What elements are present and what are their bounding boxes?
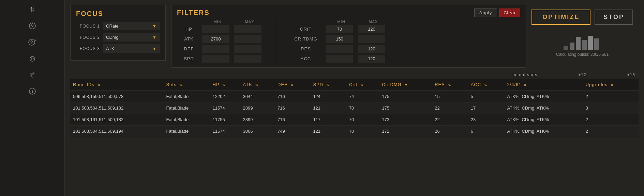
filter-crit-min[interactable] (326, 25, 353, 33)
td-rune-ids[interactable]: 101,508,504,511,509,182 (70, 102, 163, 114)
th-sets[interactable]: Sets ⇅ (163, 79, 210, 91)
data-table: Rune-IDs ⇅ Sets ⇅ HP ⇅ ATK ⇅ (70, 79, 639, 137)
td-rune-ids[interactable]: 101,508,191,511,509,182 (70, 114, 163, 126)
svg-point-13 (32, 76, 33, 77)
svg-marker-3 (31, 40, 33, 43)
filter-res-max[interactable] (358, 45, 385, 53)
filter-left-min-header: MIN (202, 20, 233, 24)
td-spd: 117 (310, 114, 346, 126)
table-section: actual stats +12 +15 Rune-IDs ⇅ Sets ⇅ H… (70, 71, 639, 193)
td-rune-ids[interactable]: 101,508,504,511,509,194 (70, 126, 163, 137)
filter-right-min-header: MIN (326, 20, 357, 24)
filter-crit-max[interactable] (358, 25, 385, 33)
svg-marker-1 (31, 23, 33, 27)
filter-spd-label: SPD (177, 55, 201, 63)
filter-left-empty-header (177, 20, 201, 24)
th-spd[interactable]: SPD ⇅ (310, 79, 346, 91)
focus-value-3: ATK (106, 46, 114, 51)
filter-hp-max[interactable] (234, 25, 261, 33)
filter-left-grid: HP ATK DEF SPD (177, 25, 265, 63)
focus-select-2[interactable]: CDmg ▼ (103, 33, 160, 42)
filter-atk-max[interactable] (234, 35, 261, 43)
sort-icon-hp: ⇅ (222, 83, 225, 87)
th-res[interactable]: RES ⇅ (432, 79, 468, 91)
focus-title: FOCUS (76, 10, 160, 18)
focus-chevron-2: ▼ (152, 35, 156, 40)
focus-chevron-1: ▼ (152, 24, 156, 29)
sidebar-icon-info[interactable]: i (26, 85, 39, 97)
td-sets: Fatal,Blade (163, 114, 210, 126)
th-critdmg[interactable]: CritDMG ▼ (379, 79, 432, 91)
stop-button[interactable]: STOP (595, 10, 633, 25)
table-row: 101,508,191,511,509,182Fatal,Blade117552… (70, 114, 639, 126)
filter-res-min[interactable] (326, 45, 353, 53)
filter-def-min[interactable] (202, 45, 229, 53)
td-atk: 2899 (240, 114, 275, 126)
svg-rect-21 (594, 38, 599, 50)
sidebar-icon-monster[interactable] (26, 52, 39, 65)
filter-acc-label: ACC (287, 55, 325, 63)
td-hp: 12202 (210, 91, 240, 102)
th-acc[interactable]: ACC ⇅ (468, 79, 505, 91)
chart-svg (562, 30, 603, 50)
focus-label-1: FOCUS 1 (76, 24, 100, 29)
td-spd: 121 (310, 126, 346, 137)
filter-atk-label: ATK (177, 35, 201, 43)
td-rune-ids[interactable]: 506,508,159,511,509,578 (70, 91, 163, 102)
td-upgrades: 2 (583, 114, 639, 126)
plus15-label: +15 (627, 72, 635, 77)
filter-atk-min[interactable] (202, 35, 229, 43)
th-246[interactable]: 2/4/6* ⇅ (504, 79, 583, 91)
th-crit[interactable]: Crit ⇅ (346, 79, 379, 91)
filter-hp-min[interactable] (202, 25, 229, 33)
sort-icon-sets: ⇅ (179, 83, 182, 87)
svg-point-7 (33, 58, 33, 59)
apply-button[interactable]: Apply (474, 9, 497, 17)
td-acc: 6 (468, 126, 505, 137)
th-atk[interactable]: ATK ⇅ (240, 79, 275, 91)
filter-spd-min[interactable] (202, 55, 229, 63)
filter-acc-min[interactable] (326, 55, 353, 63)
sort-icon-atk: ⇅ (255, 83, 258, 87)
svg-rect-16 (564, 46, 568, 50)
sidebar-icon-artifact-plus[interactable]: + (26, 36, 39, 48)
sidebar-icon-sort[interactable]: ⇅ (26, 3, 39, 16)
th-rune-ids[interactable]: Rune-IDs ⇅ (70, 79, 163, 91)
focus-label-2: FOCUS 2 (76, 35, 100, 40)
chart-area: Calculating builds: 300/6,561 (531, 30, 633, 57)
sort-icon-acc: ⇅ (484, 83, 487, 87)
focus-select-3[interactable]: ATK ▼ (103, 44, 160, 53)
optimize-row: OPTIMIZE STOP (531, 10, 633, 25)
actual-stats-label: actual stats (513, 72, 538, 77)
svg-text:i: i (32, 89, 33, 94)
td-sets: Fatal,Blade (163, 126, 210, 137)
td-crit: 70 (346, 102, 379, 114)
td-res: 22 (432, 102, 468, 114)
filter-left-max-header: MAX (234, 20, 265, 24)
clear-button[interactable]: Clear (499, 9, 520, 17)
sidebar-icon-filter[interactable] (26, 69, 39, 81)
td-def: 716 (275, 114, 310, 126)
filter-critdmg-max[interactable] (358, 35, 385, 43)
svg-rect-20 (588, 36, 593, 50)
filter-hp-label: HP (177, 25, 201, 33)
sort-icon-spd: ⇅ (326, 83, 329, 87)
td-246: ATK%, CDmg, ATK% (504, 102, 583, 114)
td-atk: 3044 (240, 91, 275, 102)
sidebar-icon-artifact[interactable] (26, 20, 39, 32)
th-def[interactable]: DEF ⇅ (275, 79, 310, 91)
focus-select-1[interactable]: CRate ▼ (103, 22, 160, 30)
filter-spd-max[interactable] (234, 55, 261, 63)
filter-def-max[interactable] (234, 45, 261, 53)
th-upgrades[interactable]: Upgrades ⇅ (583, 79, 639, 91)
svg-point-11 (33, 72, 34, 74)
th-hp[interactable]: HP ⇅ (210, 79, 240, 91)
filters-buttons: Apply Clear (474, 9, 521, 17)
filter-acc-max[interactable] (358, 55, 385, 63)
filter-right-grid: CRIT CRITDMG RES ACC (287, 25, 389, 63)
focus-value-1: CRate (106, 23, 119, 29)
optimize-button[interactable]: OPTIMIZE (531, 10, 590, 25)
filter-critdmg-min[interactable] (326, 35, 353, 43)
td-res: 15 (432, 91, 468, 102)
td-upgrades: 3 (583, 102, 639, 114)
